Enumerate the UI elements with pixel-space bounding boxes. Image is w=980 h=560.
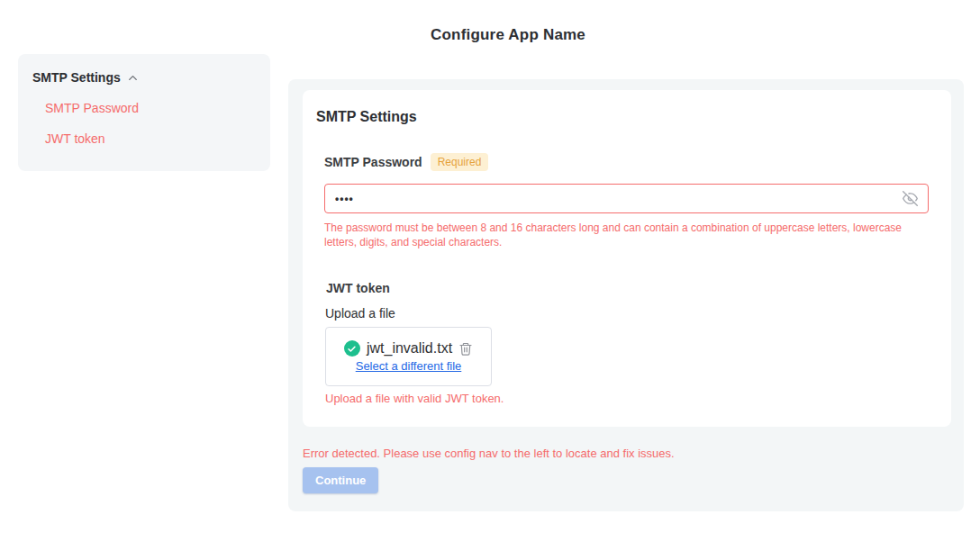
trash-icon[interactable] — [458, 341, 473, 357]
file-upload-box: jwt_invalid.txt Select a different file — [325, 327, 492, 386]
smtp-password-input-wrap — [324, 184, 929, 213]
sidebar-section-label: SMTP Settings — [32, 70, 121, 85]
check-circle-icon — [344, 340, 360, 357]
jwt-token-error-text: Upload a file with valid JWT token. — [325, 392, 504, 405]
sidebar-item-jwt-token[interactable]: JWT token — [45, 131, 105, 146]
required-badge: Required — [431, 153, 489, 171]
continue-button[interactable]: Continue — [303, 467, 378, 493]
upload-file-label: Upload a file — [325, 306, 395, 321]
select-different-file-link[interactable]: Select a different file — [356, 359, 462, 373]
smtp-password-label: SMTP Password — [324, 155, 422, 169]
eye-off-icon[interactable] — [903, 191, 918, 206]
sidebar-item-smtp-password[interactable]: SMTP Password — [45, 101, 139, 115]
smtp-password-error-text: The password must be between 8 and 16 ch… — [324, 221, 919, 249]
smtp-settings-card: SMTP Settings SMTP Password Required The… — [303, 90, 951, 427]
uploaded-file-row: jwt_invalid.txt — [344, 340, 473, 357]
form-error-summary: Error detected. Please use config nav to… — [303, 447, 675, 460]
uploaded-file-name: jwt_invalid.txt — [367, 340, 452, 357]
smtp-password-input[interactable] — [335, 193, 903, 205]
chevron-up-icon — [126, 71, 140, 85]
config-nav-sidebar: SMTP Settings SMTP Password JWT token — [18, 54, 270, 171]
page-title: Configure App Name — [0, 26, 980, 44]
sidebar-section-smtp-settings[interactable]: SMTP Settings — [32, 70, 140, 85]
smtp-password-label-row: SMTP Password Required — [324, 153, 488, 171]
card-heading: SMTP Settings — [316, 109, 417, 125]
jwt-token-label: JWT token — [326, 281, 390, 295]
settings-panel: SMTP Settings SMTP Password Required The… — [288, 79, 964, 511]
